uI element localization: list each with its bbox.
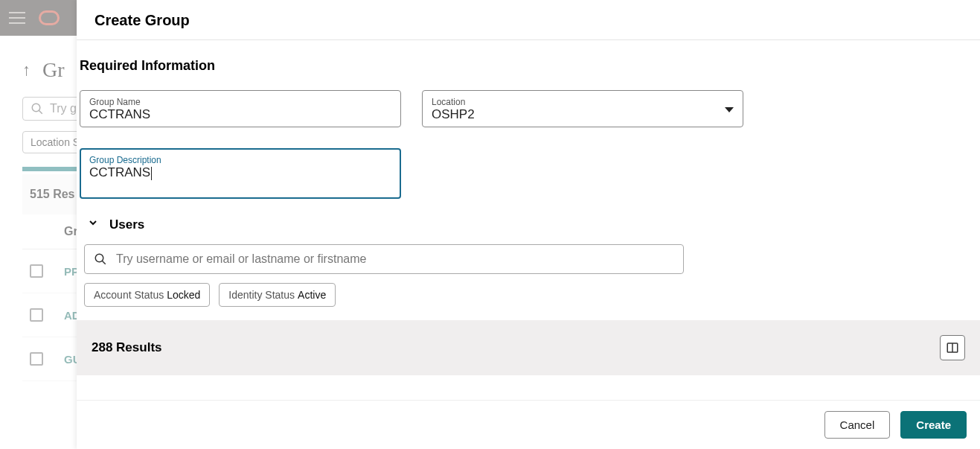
user-search-text[interactable] xyxy=(116,252,674,266)
chevron-down-icon xyxy=(87,217,99,232)
svg-line-3 xyxy=(102,261,106,264)
location-field[interactable]: Location OSHP2 xyxy=(422,90,743,127)
panel-title: Create Group xyxy=(77,0,980,40)
results-count: 288 Results xyxy=(92,340,162,355)
user-search-input[interactable] xyxy=(84,244,684,274)
group-description-label: Group Description xyxy=(89,155,391,165)
search-icon xyxy=(94,252,107,266)
group-name-label: Group Name xyxy=(89,97,391,107)
filter-key: Identity Status xyxy=(228,289,295,301)
location-value: OSHP2 xyxy=(432,107,475,122)
columns-icon xyxy=(946,341,959,354)
svg-point-2 xyxy=(95,254,103,262)
columns-button[interactable] xyxy=(940,335,965,360)
group-description-field[interactable]: Group Description CCTRANS xyxy=(80,148,401,199)
filter-value: Active xyxy=(298,289,326,301)
text-caret xyxy=(151,167,152,180)
group-name-field[interactable]: Group Name CCTRANS xyxy=(80,90,401,127)
create-group-panel: Create Group Required Information Group … xyxy=(77,0,980,449)
users-section-label: Users xyxy=(109,217,144,232)
filter-identity-status[interactable]: Identity Status Active xyxy=(219,283,336,307)
panel-footer: Cancel Create xyxy=(77,400,980,449)
location-label: Location xyxy=(432,97,475,107)
group-name-value: CCTRANS xyxy=(89,107,391,122)
filter-account-status[interactable]: Account Status Locked xyxy=(84,283,210,307)
results-bar: 288 Results xyxy=(77,320,980,375)
chevron-down-icon xyxy=(725,107,734,112)
cancel-button[interactable]: Cancel xyxy=(824,411,891,439)
users-section-header[interactable]: Users xyxy=(77,199,980,244)
group-description-value: CCTRANS xyxy=(89,165,150,179)
create-button[interactable]: Create xyxy=(900,411,967,439)
section-required-info: Required Information xyxy=(77,40,980,90)
filter-key: Account Status xyxy=(94,289,164,301)
filter-value: Locked xyxy=(167,289,200,301)
